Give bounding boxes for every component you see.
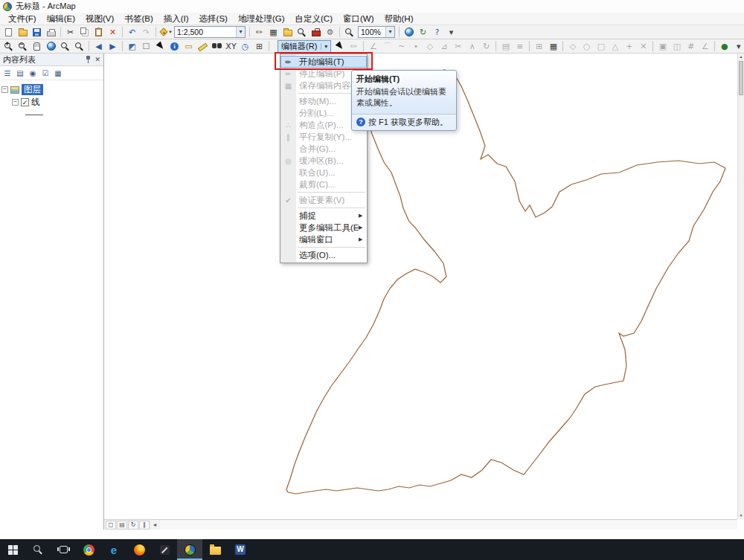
refresh-view-button[interactable]: ↻ (128, 521, 138, 530)
menu-item-file[interactable]: 文件(F) (3, 13, 42, 25)
paste-button[interactable] (92, 26, 106, 39)
construction-tool-3-button[interactable]: □ (594, 40, 608, 53)
save-button[interactable] (31, 26, 44, 39)
menu-item-insert[interactable]: 插入(I) (158, 13, 194, 25)
refresh-map-button[interactable]: ↻ (417, 26, 430, 39)
vertical-scroll-thumb[interactable] (739, 61, 743, 95)
layer-visibility-checkbox[interactable]: ✓ (21, 98, 29, 106)
topology-edit-button[interactable]: ▣ (656, 40, 670, 53)
pause-drawing-button[interactable]: ∥ (139, 521, 150, 530)
measure-button[interactable] (196, 40, 210, 53)
menu-item-customize[interactable]: 自定义(C) (290, 13, 338, 25)
search-window-button[interactable] (295, 26, 309, 39)
cogo-button[interactable]: ∠ (699, 40, 712, 53)
start-button[interactable] (0, 539, 25, 560)
map-topology-button[interactable]: ◫ (670, 40, 684, 53)
map-scale-combo[interactable]: 1:2,500▾ (174, 26, 246, 38)
construction-tool-6-button[interactable]: ✕ (637, 40, 650, 53)
editor-menu-item-clip[interactable]: 裁剪(C)... (280, 178, 367, 190)
select-elements-button[interactable] (154, 40, 167, 53)
zoom-in-button[interactable] (2, 40, 16, 53)
cut-button[interactable]: ✂ (64, 26, 77, 39)
fixed-zoom-out-button[interactable] (73, 40, 86, 53)
file-explorer-button[interactable] (202, 539, 228, 560)
editor-menu-item-snapping[interactable]: 捕捉▶ (280, 210, 367, 222)
firefox-button[interactable] (126, 539, 152, 560)
table-options-button[interactable]: ▦ (267, 26, 280, 39)
layers-root-label[interactable]: 图层 (22, 84, 43, 95)
scroll-left-icon[interactable]: ◂ (150, 521, 159, 530)
menu-item-edit[interactable]: 编辑(E) (42, 13, 80, 25)
edge-button[interactable] (101, 539, 126, 560)
select-features-button[interactable]: ◩ (126, 40, 139, 53)
edit-vertices-button[interactable]: ◇ (423, 40, 437, 53)
menu-item-view[interactable]: 视图(V) (80, 13, 119, 25)
construction-tool-1-button[interactable]: ◇ (566, 40, 580, 53)
editor-menu-item-more-editing-tools[interactable]: 更多编辑工具(E)▶ (280, 222, 367, 234)
editor-menu-item-options[interactable]: 选项(O)... (280, 249, 367, 261)
editor-menu-item-copy-parallel[interactable]: ∥平行复制(Y)... (280, 131, 367, 143)
split-tool-button[interactable]: ∧ (466, 40, 479, 53)
editor-toolbar-toggle-button[interactable]: ✏ (253, 26, 266, 39)
editor-dropdown-button[interactable]: 编辑器(R) ▾ (278, 40, 331, 53)
help-button[interactable]: ? (431, 26, 444, 39)
add-data-button[interactable]: ▾ (159, 26, 173, 39)
editor-menu-item-union[interactable]: 联合(U)... (280, 167, 367, 178)
add-basemap-button[interactable] (403, 26, 416, 39)
menu-item-geoprocessing[interactable]: 地理处理(G) (233, 13, 290, 25)
model-builder-button[interactable]: ⚙ (324, 26, 337, 39)
copy-button[interactable] (78, 26, 92, 39)
open-button[interactable] (16, 26, 30, 39)
list-by-drawing-order-button[interactable]: ☰ (1, 67, 13, 79)
vertical-scrollbar[interactable]: ▲ ▼ (737, 54, 744, 519)
fixed-zoom-in-button[interactable] (59, 40, 72, 53)
toc-options-button[interactable]: ▦ (52, 67, 64, 79)
new-map-button[interactable] (2, 26, 16, 39)
redo-button[interactable]: ↷ (140, 26, 153, 39)
trace-button[interactable]: ~ (395, 40, 408, 53)
delete-button[interactable]: ✕ (106, 26, 120, 39)
construction-tool-4-button[interactable]: △ (609, 40, 622, 53)
tree-row-line-symbol[interactable] (1, 109, 102, 121)
full-extent-button[interactable] (45, 40, 58, 53)
collapse-icon[interactable]: − (1, 86, 8, 93)
tree-row-line-layer[interactable]: − ✓ 线 (1, 96, 102, 109)
data-view-button[interactable]: ◻ (106, 521, 116, 530)
horizontal-scrollbar[interactable] (160, 521, 737, 530)
editor-menu-item-merge[interactable]: 合并(G)... (280, 143, 367, 155)
pin-icon[interactable] (86, 56, 91, 64)
pan-button[interactable] (31, 40, 44, 53)
viewer-window-button[interactable]: ⊞ (253, 40, 266, 53)
edit-annotation-tool-button[interactable]: ✏ (347, 40, 361, 53)
layout-view-button[interactable]: ▤ (117, 521, 127, 530)
go-to-xy-button[interactable]: XY (225, 40, 238, 53)
collapse-icon[interactable]: − (12, 99, 19, 106)
arcmap-button[interactable] (177, 539, 202, 560)
list-by-source-button[interactable]: ▤ (14, 67, 26, 79)
catalog-window-button[interactable] (281, 26, 295, 39)
search-button[interactable] (25, 539, 51, 560)
undo-button[interactable]: ↶ (126, 26, 139, 39)
clear-selection-button[interactable]: ☐ (140, 40, 153, 53)
editor-menu-item-editing-windows[interactable]: 编辑窗口▶ (280, 234, 367, 245)
pen-app-button[interactable] (152, 539, 177, 560)
print-button[interactable] (45, 26, 58, 39)
menu-item-selection[interactable]: 选择(S) (194, 13, 233, 25)
task-view-button[interactable] (51, 539, 76, 560)
forward-extent-button[interactable]: ▶ (106, 40, 120, 53)
html-popup-button[interactable]: ▭ (182, 40, 196, 53)
create-features-button[interactable]: ▦ (547, 40, 560, 53)
toolbar-overflow-button[interactable]: ▾ (445, 26, 458, 39)
find-button[interactable] (211, 40, 224, 53)
time-slider-button[interactable]: ◷ (239, 40, 252, 53)
editor-menu-item-validate-features[interactable]: ✔验证要素(V) (280, 194, 367, 206)
rotate-tool-button[interactable]: ↻ (480, 40, 493, 53)
chrome-button[interactable] (76, 539, 101, 560)
advanced-editing-button[interactable]: # (684, 40, 698, 53)
list-by-visibility-button[interactable]: ◉ (27, 67, 39, 79)
snapping-toolbar-button[interactable]: ⊞ (533, 40, 546, 53)
back-extent-button[interactable]: ◀ (92, 40, 106, 53)
attributes-button[interactable]: ▤ (499, 40, 513, 53)
zoom-out-button[interactable] (16, 40, 30, 53)
straight-segment-button[interactable]: ∠ (367, 40, 380, 53)
